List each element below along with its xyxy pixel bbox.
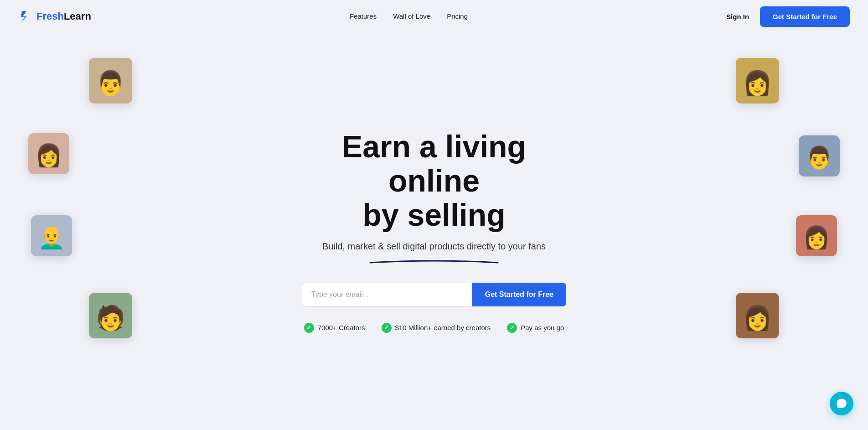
logo[interactable]: FreshLearn [18, 9, 91, 24]
stat-earned-label: $10 Million+ earned by creators [395, 324, 491, 332]
navbar: FreshLearn Features Wall of Love Pricing… [0, 0, 868, 33]
sign-in-link[interactable]: Sign In [726, 13, 749, 21]
brand-name: FreshLearn [36, 10, 91, 22]
email-input[interactable] [302, 283, 472, 306]
hero-subtitle: Build, market & sell digital products di… [322, 241, 546, 252]
avatar-mid-left-1: 👩 [28, 133, 69, 174]
avatar-mid-right-1: 👨 [799, 135, 840, 176]
nav-wall-of-love[interactable]: Wall of Love [393, 12, 430, 20]
check-icon-creators [304, 323, 314, 333]
stat-creators: 7000+ Creators [304, 323, 365, 333]
check-icon-earned [382, 323, 392, 333]
stat-payg: Pay as you go [507, 323, 564, 333]
hero-title: Earn a living online by selling [297, 130, 571, 232]
nav-links: Features Wall of Love Pricing [350, 12, 468, 21]
nav-cta-button[interactable]: Get Started for Free [760, 6, 850, 27]
stat-payg-label: Pay as you go [521, 324, 564, 332]
chat-button[interactable] [830, 392, 853, 415]
avatar-bottom-right: 👩 [736, 293, 779, 338]
avatar-top-left: 👨 [89, 58, 132, 104]
avatar-top-right: 👩 [736, 58, 779, 104]
hero-stats: 7000+ Creators $10 Million+ earned by cr… [304, 323, 564, 333]
nav-right: Sign In Get Started for Free [726, 6, 850, 27]
hero-email-form: Get Started for Free [302, 283, 566, 306]
avatar-mid-right-2: 👩 [796, 215, 837, 256]
avatar-bottom-left: 🧑 [89, 293, 132, 338]
chat-icon [836, 398, 847, 409]
hero-underline [366, 258, 502, 264]
hero-section: 👨 👩 👨‍🦲 🧑 👩 👨 👩 👩 Earn a living online b… [0, 33, 868, 430]
nav-features[interactable]: Features [350, 12, 377, 20]
check-icon-payg [507, 323, 517, 333]
nav-pricing[interactable]: Pricing [447, 12, 468, 20]
stat-earned: $10 Million+ earned by creators [382, 323, 491, 333]
stat-creators-label: 7000+ Creators [318, 324, 365, 332]
logo-icon [18, 9, 33, 24]
hero-cta-button[interactable]: Get Started for Free [472, 283, 566, 306]
avatar-mid-left-2: 👨‍🦲 [31, 215, 72, 256]
